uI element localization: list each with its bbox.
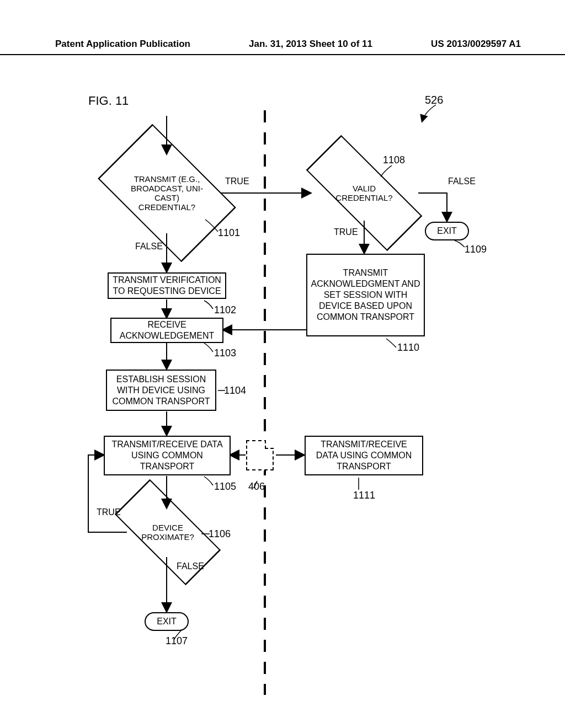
header-right: US 2013/0029597 A1 <box>431 39 521 50</box>
flow-arrows <box>0 66 565 717</box>
label-false-1101: FALSE <box>135 242 163 251</box>
figure-label: FIG. 11 <box>88 94 129 108</box>
process-1111: TRANSMIT/RECEIVE DATA USING COMMON TRANS… <box>305 436 423 475</box>
decision-1106: DEVICE PROXIMATE? <box>129 507 206 557</box>
document-406 <box>246 440 274 470</box>
ref-1108: 1108 <box>383 154 405 166</box>
terminator-1109: EXIT <box>425 222 469 240</box>
process-1110: TRANSMIT ACKNOWLEDGMENT AND SET SESSION … <box>306 254 425 336</box>
label-true-1108: TRUE <box>334 227 358 237</box>
decision-1101: TRANSMIT (E.G., BROADCAST, UNI-CAST) CRE… <box>121 154 212 232</box>
ref-1103: 1103 <box>214 347 236 359</box>
page-header: Patent Application Publication Jan. 31, … <box>0 39 565 55</box>
ref-1107: 1107 <box>166 635 188 647</box>
terminator-1107: EXIT <box>145 612 189 631</box>
label-false-1106: FALSE <box>177 561 204 571</box>
ref-406: 406 <box>248 481 265 493</box>
header-center: Jan. 31, 2013 Sheet 10 of 11 <box>249 39 372 50</box>
process-1102: TRANSMIT VERIFICATION TO REQUESTING DEVI… <box>108 272 226 299</box>
diagram-canvas: FIG. 11 526 <box>0 66 565 717</box>
ref-1101: 1101 <box>218 227 240 239</box>
ref-1111: 1111 <box>353 490 375 501</box>
process-1104: ESTABLISH SESSION WITH DEVICE USING COMM… <box>106 370 216 411</box>
decision-1108: VALID CREDENTIAL? <box>320 168 408 218</box>
ref-1105: 1105 <box>214 481 236 493</box>
ref-1109: 1109 <box>465 244 487 255</box>
ref-1102: 1102 <box>214 304 236 316</box>
process-1105: TRANSMIT/RECEIVE DATA USING COMMON TRANS… <box>104 436 231 475</box>
label-false-1108: FALSE <box>448 176 476 186</box>
label-true-1106: TRUE <box>97 507 121 517</box>
ref-526: 526 <box>425 94 443 106</box>
label-true-1101: TRUE <box>225 176 249 186</box>
process-1103: RECEIVE ACKNOWLEDGEMENT <box>110 318 223 343</box>
header-left: Patent Application Publication <box>55 39 190 50</box>
ref-1106: 1106 <box>209 528 231 540</box>
ref-1110: 1110 <box>397 342 419 354</box>
ref-1104: 1104 <box>224 385 246 397</box>
